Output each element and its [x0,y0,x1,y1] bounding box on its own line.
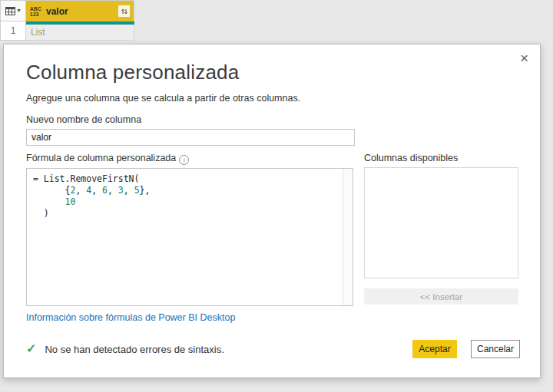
type-icon-abc: ABC [30,6,41,12]
formula-label-text: Fórmula de columna personalizada [26,153,176,163]
table-row: 1 List [0,21,134,41]
column-header-valor[interactable]: ABC 123 valor [26,0,134,21]
available-columns-label: Columnas disponibles [364,153,518,164]
table-select-all-button[interactable]: ▾ [0,0,26,21]
cancel-button[interactable]: Cancelar [471,340,520,358]
row-number-cell[interactable]: 1 [0,21,26,41]
dialog-content: Columna personalizada Agregue una column… [4,44,540,324]
footer-buttons: Aceptar Cancelar [412,340,520,358]
dialog-title: Columna personalizada [26,60,518,84]
type-icon-123: 123 [30,12,41,17]
info-icon[interactable]: i [179,155,189,165]
close-icon[interactable]: × [520,51,528,65]
available-columns-list[interactable] [364,167,518,278]
valor-column-body: List [26,21,134,41]
table-header-row: ▾ ABC 123 valor [0,0,134,21]
insert-column-button[interactable]: << Insertar [364,288,518,305]
formula-scrollbar[interactable] [343,169,353,305]
formula-code[interactable]: = List.RemoveFirstN( {2, 4, 6, 3, 5}, 10… [27,169,343,305]
formula-section: Fórmula de columna personalizadai = List… [26,153,518,324]
accept-button[interactable]: Aceptar [412,340,457,358]
formula-label: Fórmula de columna personalizadai [26,153,353,165]
sort-arrows-icon [121,8,128,15]
syntax-ok-check-icon: ✓ [26,343,36,355]
chevron-down-icon: ▾ [17,8,20,14]
formula-help-link[interactable]: Información sobre fórmulas de Power BI D… [26,312,235,323]
formula-column: Fórmula de columna personalizadai = List… [26,153,353,324]
dialog-footer: ✓ No se han detectado errores de sintaxi… [26,340,520,358]
custom-column-dialog: × Columna personalizada Agregue una colu… [3,44,541,378]
table-icon [5,7,15,15]
formula-editor[interactable]: = List.RemoveFirstN( {2, 4, 6, 3, 5}, 10… [26,168,353,306]
new-column-name-input[interactable] [26,129,355,146]
query-preview-table: ▾ ABC 123 valor 1 List [0,0,134,41]
column-name: valor [46,6,118,17]
new-column-name-label: Nuevo nombre de columna [26,114,518,126]
data-type-any-icon[interactable]: ABC 123 [30,6,41,17]
filter-sort-button[interactable] [118,5,131,18]
dialog-subtitle: Agregue una columna que se calcula a par… [26,93,518,104]
syntax-status-text: No se han detectado errores de sintaxis. [45,344,224,355]
list-value-link[interactable]: List [26,25,134,41]
available-columns-panel: Columnas disponibles << Insertar [364,153,518,324]
